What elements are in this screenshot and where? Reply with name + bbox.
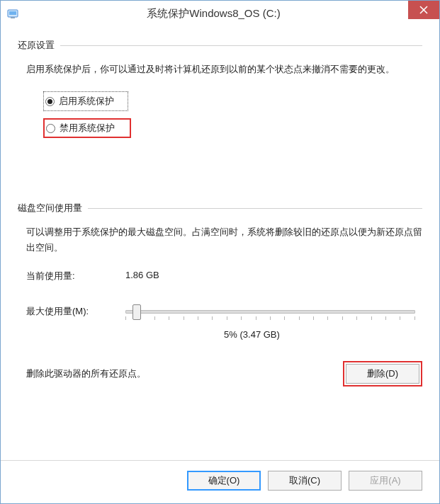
slider-track [125,310,415,314]
close-button[interactable] [408,1,439,19]
titlebar: 系统保护Windows8_OS (C:) [1,1,439,26]
divider [88,208,422,209]
divider [60,45,422,46]
close-icon [419,6,428,14]
ok-button-label: 确定(O) [208,474,240,487]
window-title: 系统保护Windows8_OS (C:) [19,7,408,21]
ok-button[interactable]: 确定(O) [187,471,261,491]
radio-dot-icon [45,97,55,106]
radio-dot-icon [46,124,55,133]
max-usage-row: 最大使用量(M): [26,301,422,322]
radio-enable-protection[interactable]: 启用系统保护 [43,91,128,111]
delete-button-label: 删除(D) [367,367,398,380]
disk-section-header: 磁盘空间使用量 [18,202,422,214]
delete-row: 删除此驱动器的所有还原点。 删除(D) [26,361,422,386]
radio-enable-label: 启用系统保护 [59,95,114,108]
max-usage-slider[interactable] [125,301,415,322]
restore-description: 启用系统保护后，你可以通过及时将计算机还原到以前的某个状态点来撤消不需要的更改。 [26,62,422,77]
cancel-button[interactable]: 取消(C) [268,471,342,491]
restore-section-header: 还原设置 [18,39,422,52]
svg-rect-2 [11,17,15,18]
current-usage-value: 1.86 GB [125,270,159,282]
slider-thumb[interactable] [132,304,141,320]
disk-header-label: 磁盘空间使用量 [18,202,88,214]
restore-header-label: 还原设置 [18,39,60,52]
slider-value-text: 5% (3.47 GB) [81,329,422,340]
current-usage-label: 当前使用量: [26,270,125,282]
current-usage-row: 当前使用量: 1.86 GB [26,270,422,282]
dialog-footer: 确定(O) 取消(C) 应用(A) [1,460,439,503]
delete-button-highlight: 删除(D) [343,361,422,386]
apply-button-label: 应用(A) [370,474,400,487]
protection-radio-group: 启用系统保护 禁用系统保护 [43,91,422,138]
apply-button[interactable]: 应用(A) [349,471,422,491]
dialog-window: 系统保护Windows8_OS (C:) 还原设置 启用系统保护后，你可以通过及… [0,0,440,504]
cancel-button-label: 取消(C) [289,474,320,487]
delete-button[interactable]: 删除(D) [346,364,419,384]
radio-disable-label: 禁用系统保护 [60,122,115,134]
svg-rect-1 [9,11,16,15]
system-protection-icon [6,7,19,20]
radio-disable-protection[interactable]: 禁用系统保护 [43,118,131,138]
slider-ticks [125,316,415,321]
delete-description: 删除此驱动器的所有还原点。 [26,367,343,380]
max-usage-label: 最大使用量(M): [26,305,125,318]
disk-description: 可以调整用于系统保护的最大磁盘空间。占满空间时，系统将删除较旧的还原点以便为新还… [26,224,422,256]
